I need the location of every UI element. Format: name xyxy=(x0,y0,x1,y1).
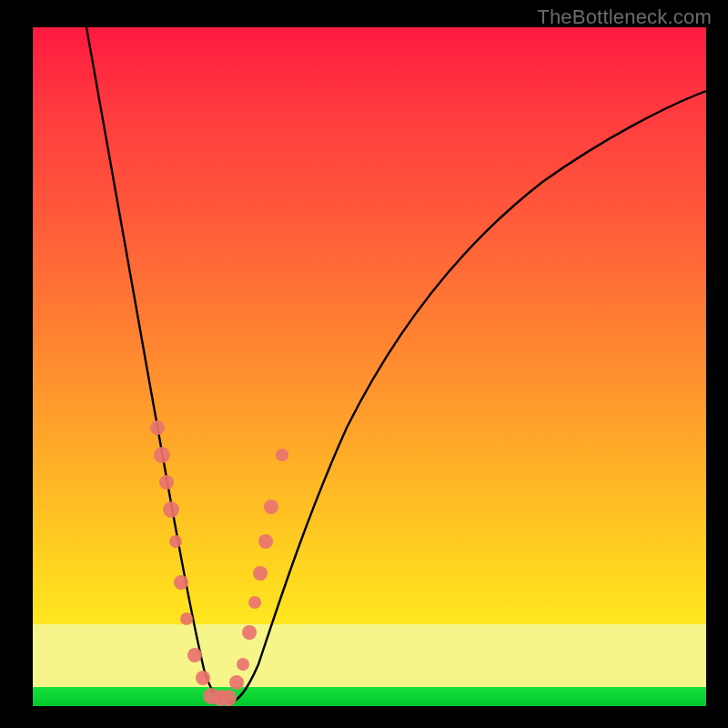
point xyxy=(150,420,165,435)
point xyxy=(258,534,273,549)
point xyxy=(196,671,210,685)
chart-overlay xyxy=(33,27,706,706)
point xyxy=(212,690,228,706)
point xyxy=(253,566,268,581)
point xyxy=(264,500,278,514)
point xyxy=(237,658,249,671)
point xyxy=(169,535,182,548)
point xyxy=(203,688,219,704)
point xyxy=(229,675,244,690)
point xyxy=(242,625,257,640)
watermark-text: TheBottleneck.com xyxy=(537,5,712,29)
plot-area xyxy=(33,27,706,706)
scatter-points xyxy=(150,420,288,706)
point xyxy=(154,447,170,463)
point xyxy=(220,690,237,706)
bottleneck-curve xyxy=(86,27,706,703)
chart-frame: TheBottleneck.com xyxy=(0,0,728,728)
point xyxy=(248,596,261,609)
point xyxy=(180,612,193,625)
point xyxy=(159,475,174,490)
point xyxy=(174,575,188,590)
point xyxy=(187,648,202,662)
point xyxy=(163,501,179,518)
point xyxy=(276,449,288,461)
